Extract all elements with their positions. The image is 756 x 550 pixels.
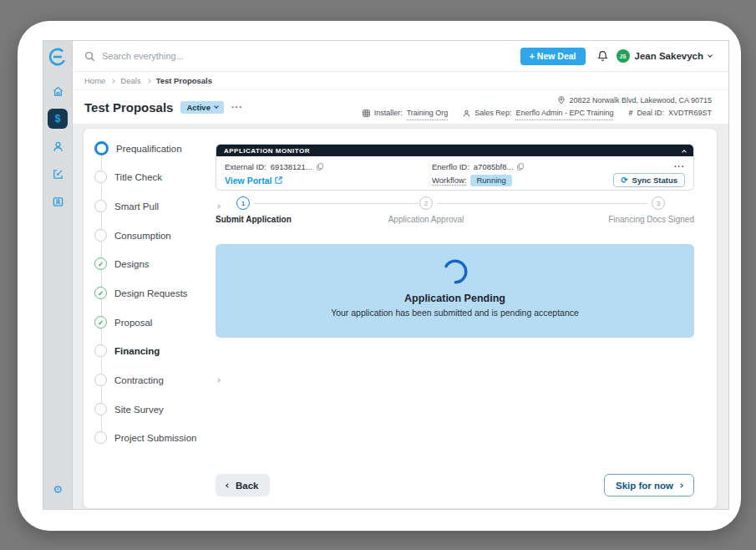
- step-circle: [94, 171, 107, 183]
- deal-actions-menu-icon[interactable]: ···: [231, 102, 243, 112]
- contacts-icon[interactable]: [48, 136, 68, 156]
- pending-title: Application Pending: [404, 293, 505, 304]
- step-project-submission[interactable]: Project Submission: [94, 430, 220, 445]
- step-check-icon: ✓: [94, 287, 107, 299]
- top-bar: + New Deal JS Jean Sakevych: [73, 41, 728, 72]
- skip-button-label: Skip for now: [616, 481, 673, 491]
- search-input[interactable]: [102, 51, 302, 61]
- enerflo-id-label: Enerflo ID:: [432, 162, 469, 171]
- progress-step-1-circle: 1: [236, 196, 250, 210]
- step-title-check[interactable]: Title Check: [94, 170, 220, 184]
- step-circle: [94, 344, 107, 357]
- step-contracting[interactable]: Contracting: [94, 373, 220, 387]
- step-label: Title Check: [114, 172, 162, 182]
- application-monitor: APPLICATION MONITOR External ID: 6913812…: [216, 144, 694, 191]
- sync-status-button[interactable]: ⟳ Sync Status: [613, 173, 685, 187]
- back-button[interactable]: Back: [216, 474, 270, 497]
- monitor-row-actions: View Portal Workflow: Running: [216, 173, 693, 190]
- step-site-survey[interactable]: Site Survey: [94, 402, 220, 416]
- step-check-icon: ✓: [94, 257, 107, 270]
- step-design-requests[interactable]: ✓ Design Requests: [94, 286, 220, 300]
- deal-meta: 20822 Norwalk Blvd, Lakewood, CA 90715 I…: [363, 94, 712, 120]
- status-badge[interactable]: Active: [180, 101, 224, 114]
- new-deal-button[interactable]: + New Deal: [520, 48, 586, 65]
- copy-icon[interactable]: [517, 163, 524, 171]
- monitor-menu-icon[interactable]: ···: [674, 162, 685, 171]
- step-label: Financing: [114, 346, 160, 356]
- chevron-right-icon: [146, 79, 151, 84]
- global-search: [84, 51, 512, 62]
- step-circle: [94, 403, 107, 415]
- external-id-value: 69138121...: [271, 162, 312, 171]
- sales-rep-icon: [463, 109, 470, 117]
- browser-window: $ ⚙: [18, 21, 741, 531]
- pending-message: Your application has been submitted and …: [331, 308, 579, 318]
- copy-icon[interactable]: [317, 163, 323, 171]
- application-monitor-header: APPLICATION MONITOR: [216, 145, 693, 156]
- workflow-label[interactable]: Workflow:: [432, 176, 467, 186]
- step-designs[interactable]: ✓ Designs: [94, 257, 220, 271]
- step-label: Site Survey: [114, 405, 164, 415]
- step-label: Consumption: [114, 231, 171, 241]
- edit-proposal-icon[interactable]: [48, 164, 68, 184]
- skip-for-now-button[interactable]: Skip for now: [604, 474, 694, 497]
- application-progress: 1 2 3 Submit Application Application App…: [216, 196, 694, 227]
- workflow-status-badge: Running: [470, 175, 511, 186]
- breadcrumb: Home Deals Test Proposals: [73, 72, 728, 90]
- view-portal-label: View Portal: [225, 176, 271, 186]
- sales-rep-label: Sales Rep:: [474, 107, 511, 120]
- chevron-down-icon: [708, 53, 713, 58]
- progress-line: [254, 203, 419, 204]
- step-consumption[interactable]: Consumption: [94, 228, 220, 242]
- loading-spinner-icon: [441, 257, 469, 286]
- main-area: + New Deal JS Jean Sakevych Home Deals T…: [73, 41, 728, 509]
- refresh-icon: ⟳: [621, 176, 627, 185]
- step-circle: [94, 374, 107, 386]
- user-menu[interactable]: JS Jean Sakevych: [616, 49, 712, 63]
- step-proposal[interactable]: ✓ Proposal: [94, 315, 220, 329]
- installer-label: Installer:: [374, 107, 403, 120]
- step-label: Contracting: [114, 375, 164, 385]
- sidebar: $ ⚙: [43, 41, 73, 509]
- breadcrumb-home[interactable]: Home: [84, 76, 105, 85]
- collapse-chevron-icon[interactable]: [682, 150, 687, 155]
- installer-value[interactable]: Training Org: [407, 107, 449, 120]
- breadcrumb-current: Test Proposals: [156, 76, 212, 85]
- step-prequalification[interactable]: Prequalification: [94, 141, 220, 155]
- application-monitor-title: APPLICATION MONITOR: [224, 147, 310, 155]
- home-icon[interactable]: [48, 81, 68, 101]
- notifications-bell-icon[interactable]: [597, 50, 608, 62]
- step-financing[interactable]: Financing: [94, 344, 220, 358]
- deal-address: 20822 Norwalk Blvd, Lakewood, CA 90715: [569, 94, 712, 107]
- step-circle: [94, 229, 107, 242]
- progress-step-2-circle: 2: [419, 196, 433, 210]
- progress-line: [437, 203, 647, 204]
- enerflo-logo-icon[interactable]: [48, 47, 68, 67]
- enerflo-id-value: a7085bf8...: [474, 162, 514, 171]
- external-id-label: External ID:: [225, 162, 266, 171]
- back-button-label: Back: [236, 481, 259, 491]
- contact-card-icon[interactable]: [48, 191, 68, 211]
- search-icon: [84, 51, 95, 62]
- step-circle-active: [94, 141, 109, 155]
- chevron-right-icon: [111, 79, 116, 84]
- step-label: Proposal: [114, 318, 152, 328]
- sync-status-label: Sync Status: [632, 176, 677, 185]
- content-area: Prequalification Title Check Smart Pull …: [73, 125, 728, 509]
- deal-steps-card: Prequalification Title Check Smart Pull …: [83, 128, 718, 509]
- progress-step-2-label: Application Approval: [388, 215, 464, 224]
- deals-icon[interactable]: $: [48, 109, 68, 129]
- step-label: Design Requests: [114, 288, 188, 298]
- application-pending-panel: Application Pending Your application has…: [216, 244, 694, 338]
- status-badge-label: Active: [186, 103, 211, 112]
- view-portal-link[interactable]: View Portal: [225, 176, 432, 186]
- settings-gear-icon[interactable]: ⚙: [53, 483, 63, 496]
- step-circle: [94, 431, 107, 444]
- breadcrumb-deals[interactable]: Deals: [120, 76, 140, 85]
- progress-step-3-circle: 3: [652, 196, 665, 210]
- deal-id-label: Deal ID:: [637, 107, 664, 120]
- chevron-down-icon: [214, 104, 219, 109]
- step-smart-pull[interactable]: Smart Pull: [94, 199, 220, 213]
- sales-rep-value[interactable]: Enerflo Admin - EPC Training: [515, 107, 613, 120]
- financing-panel: APPLICATION MONITOR External ID: 6913812…: [216, 144, 694, 498]
